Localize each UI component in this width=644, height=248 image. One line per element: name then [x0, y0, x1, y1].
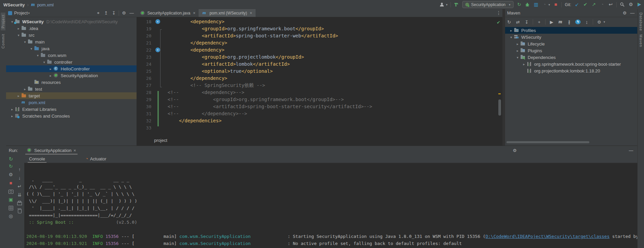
- editor-line[interactable]: 26 </dependency>: [137, 75, 498, 82]
- chevron-collapsed-icon[interactable]: ▸: [48, 67, 53, 71]
- up-stacktrace-button[interactable]: ↑: [19, 167, 21, 172]
- maven-dependency-gutter-icon[interactable]: ↑: [155, 19, 160, 24]
- editor-line[interactable]: 19 <groupId>org.springframework.boot</gr…: [137, 25, 498, 32]
- tree-item--idea[interactable]: ▸.idea: [6, 25, 137, 32]
- search-everywhere-icon[interactable]: [620, 2, 625, 7]
- chevron-collapsed-icon[interactable]: ▸: [508, 29, 514, 32]
- tree-item-securityapplication[interactable]: ▸SecurityApplication: [6, 72, 137, 79]
- line-number[interactable]: 33: [137, 124, 155, 131]
- tree-item-target[interactable]: ▸target: [6, 92, 137, 99]
- chevron-expanded-icon[interactable]: ▾: [41, 60, 47, 64]
- down-stacktrace-button[interactable]: ↓: [19, 175, 21, 181]
- restore-layout-button[interactable]: [9, 206, 13, 210]
- tree-item-dependencies[interactable]: ▾Dependencies: [505, 54, 637, 61]
- editor-line[interactable]: 28<!-- <dependency>-->: [137, 89, 498, 96]
- tool-button-maven[interactable]: Maven: [639, 34, 643, 47]
- editor-line[interactable]: 27 <!-- SpringSecurity依赖 -->: [137, 82, 498, 89]
- panel-splitter[interactable]: [502, 9, 505, 146]
- line-number[interactable]: 31: [137, 110, 155, 117]
- chevron-expanded-icon[interactable]: ▾: [35, 54, 40, 57]
- edit-configuration-button[interactable]: ⚙: [9, 172, 13, 177]
- panel-settings-icon[interactable]: ⚙: [622, 10, 627, 16]
- ide-features-icon[interactable]: [637, 2, 642, 7]
- chevron-collapsed-icon[interactable]: ▸: [48, 74, 53, 78]
- tree-item-java[interactable]: ▾java: [6, 45, 137, 52]
- chevron-collapsed-icon[interactable]: ▸: [515, 49, 520, 53]
- chevron-collapsed-icon[interactable]: ▸: [9, 107, 15, 111]
- download-sources-icon[interactable]: ↧: [524, 20, 529, 25]
- line-number[interactable]: 23: [137, 54, 155, 61]
- collapse-all-icon[interactable]: ↨: [584, 20, 589, 25]
- log-link[interactable]: D:\CodeWord\IDEAPoject\WSecurity\target\…: [486, 234, 610, 239]
- editor-line[interactable]: 18↑ <dependency>: [137, 18, 498, 25]
- tree-item-org-springframework-boot-spring-boot-starter[interactable]: ▸org.springframework.boot:spring-boot-st…: [505, 61, 637, 67]
- generate-sources-icon[interactable]: ⇄: [515, 20, 521, 25]
- tree-item-resources[interactable]: resources: [6, 79, 137, 86]
- chevron-collapsed-icon[interactable]: ▸: [22, 87, 28, 91]
- pin-tab-button[interactable]: ◎: [9, 213, 13, 219]
- soft-wrap-button[interactable]: ↵: [18, 184, 22, 189]
- editor-tab-1[interactable]: pom.xml (WSecurity)×: [199, 9, 255, 17]
- editor-line[interactable]: 22↑ <dependency>: [137, 46, 498, 54]
- tree-item-scratches-and-consoles[interactable]: ▸Scratches and Consoles: [6, 113, 137, 119]
- line-number[interactable]: 25: [137, 68, 155, 75]
- editor-line[interactable]: 33: [137, 124, 498, 131]
- close-icon[interactable]: ×: [250, 11, 252, 16]
- collapse-all-icon[interactable]: ↧: [111, 10, 117, 16]
- chevron-down-icon[interactable]: ▾: [446, 3, 448, 6]
- tree-item-external-libraries[interactable]: ▸External Libraries: [6, 106, 137, 113]
- editor-line[interactable]: 23 <groupId>org.projectlombok</groupId>: [137, 54, 498, 61]
- editor-line[interactable]: 20 <artifactId>spring-boot-starter-web</…: [137, 32, 498, 39]
- breadcrumb-file[interactable]: pom.xml: [37, 2, 54, 7]
- git-update-icon[interactable]: ↙: [574, 0, 580, 9]
- tree-item-profiles[interactable]: ▸Profiles: [505, 27, 637, 34]
- line-number[interactable]: 24: [137, 61, 155, 68]
- chevron-collapsed-icon[interactable]: ▸: [515, 42, 520, 46]
- hide-panel-icon[interactable]: —: [630, 10, 635, 16]
- tree-item-org-projectlombok-lombok-1-18-20[interactable]: org.projectlombok:lombok:1.18.20: [505, 67, 637, 74]
- clear-all-button[interactable]: [18, 209, 22, 213]
- chevron-expanded-icon[interactable]: ▾: [22, 40, 28, 44]
- run-configuration-select[interactable]: SecurityApplication ▾: [462, 1, 514, 8]
- tool-button-database[interactable]: Database: [639, 12, 643, 31]
- offline-mode-icon[interactable]: ϟ: [575, 20, 581, 24]
- debug-bug-icon[interactable]: [525, 2, 530, 7]
- locate-file-icon[interactable]: ⌖: [95, 10, 101, 16]
- editor-breadcrumb[interactable]: project: [154, 138, 167, 143]
- line-number[interactable]: 22: [137, 46, 155, 54]
- git-history-icon[interactable]: ◔: [599, 0, 605, 9]
- line-number[interactable]: 26: [137, 75, 155, 82]
- coverage-icon[interactable]: ▥: [533, 0, 539, 9]
- expand-all-icon[interactable]: ↥: [103, 10, 109, 16]
- chevron-expanded-icon[interactable]: ▾: [16, 33, 21, 37]
- line-number[interactable]: 20: [137, 32, 155, 39]
- close-icon[interactable]: ×: [193, 11, 195, 16]
- tree-item-plugins[interactable]: ▸Plugins: [505, 47, 637, 54]
- project-view-selector[interactable]: Project: [14, 10, 28, 16]
- chevron-collapsed-icon[interactable]: ▸: [521, 62, 527, 66]
- chevron-collapsed-icon[interactable]: ▸: [16, 27, 21, 30]
- editor-line[interactable]: 21 </dependency>: [137, 39, 498, 46]
- line-number[interactable]: 21: [137, 39, 155, 46]
- chevron-expanded-icon[interactable]: ▾: [508, 35, 514, 39]
- tree-item-lifecycle[interactable]: ▸Lifecycle: [505, 40, 637, 47]
- console-output[interactable]: . ____ _ __ _ _ /\\ / ___'_ __ _ _(_)_ _…: [26, 146, 637, 248]
- editor-line[interactable]: 25 <optional>true</optional>: [137, 68, 498, 75]
- tree-item-wsecurity[interactable]: ▾WSecurityD:\CodeWord\IDEAPoject\WSecuri…: [6, 18, 137, 25]
- editor-line[interactable]: 31<!-- </dependency>-->: [137, 110, 498, 117]
- line-number[interactable]: 30: [137, 103, 155, 110]
- breadcrumb-project[interactable]: WSecurity: [3, 2, 25, 7]
- stop-button[interactable]: ■: [553, 0, 558, 9]
- reimport-icon[interactable]: ↻: [506, 20, 512, 25]
- editor-line[interactable]: 32 </dependencies>: [137, 117, 498, 124]
- user-icon[interactable]: [439, 2, 445, 7]
- run-button[interactable]: ↻: [517, 0, 522, 9]
- settings-gear-icon[interactable]: ⚙: [628, 0, 634, 9]
- editor-lines[interactable]: 18↑ <dependency>19 <groupId>org.springfr…: [137, 18, 498, 134]
- tree-item-hellocontroller[interactable]: ▸HelloController: [6, 65, 137, 72]
- skip-tests-icon[interactable]: ∦: [566, 20, 572, 25]
- git-push-icon[interactable]: ↗: [591, 0, 596, 9]
- run-goal-icon[interactable]: ▶: [549, 20, 554, 25]
- execute-maven-goal-icon[interactable]: m: [558, 19, 563, 25]
- line-number[interactable]: 27: [137, 82, 155, 89]
